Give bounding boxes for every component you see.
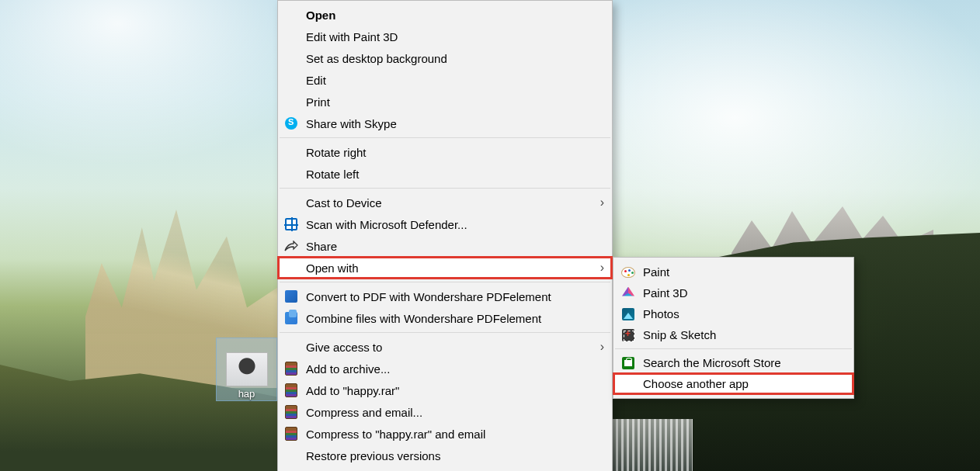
menu-label: Search the Microsoft Store — [643, 356, 846, 369]
skype-icon — [284, 116, 298, 130]
menu-item-share-skype[interactable]: Share with Skype — [278, 113, 612, 134]
menu-label: Compress to "happy.rar" and email — [306, 428, 604, 441]
menu-label: Rotate right — [306, 146, 604, 159]
winrar-icon — [284, 427, 298, 441]
menu-item-open-with[interactable]: Open with › — [278, 257, 612, 279]
open-with-submenu: Paint Paint 3D Photos Snip & Sketch Sear… — [613, 257, 854, 399]
submenu-item-paint3d[interactable]: Paint 3D — [613, 282, 853, 303]
submenu-item-photos[interactable]: Photos — [613, 303, 853, 324]
menu-item-add-to-named-rar[interactable]: Add to "happy.rar" — [278, 379, 612, 401]
file-thumbnail — [226, 352, 268, 386]
menu-item-cast-to-device[interactable]: Cast to Device › — [278, 192, 612, 213]
submenu-item-choose-another-app[interactable]: Choose another app — [613, 373, 853, 394]
pdfelement-icon — [284, 289, 298, 303]
menu-label: Photos — [643, 307, 846, 320]
menu-item-scan-defender[interactable]: Scan with Microsoft Defender... — [278, 213, 612, 235]
menu-separator — [280, 282, 610, 282]
pdfelement-combine-icon — [284, 311, 298, 325]
menu-label: Give access to — [306, 341, 600, 354]
menu-label: Add to archive... — [306, 362, 604, 376]
menu-item-set-desktop-background[interactable]: Set as desktop background — [278, 47, 612, 69]
winrar-icon — [284, 383, 298, 397]
menu-item-rotate-left[interactable]: Rotate left — [278, 163, 612, 185]
menu-item-edit-paint3d[interactable]: Edit with Paint 3D — [278, 26, 612, 47]
menu-label: Combine files with Wondershare PDFelemen… — [306, 312, 604, 325]
submenu-item-snip-sketch[interactable]: Snip & Sketch — [613, 324, 853, 345]
menu-separator — [280, 332, 610, 333]
menu-label: Print — [306, 95, 604, 109]
chevron-right-icon: › — [600, 261, 604, 275]
menu-label: Snip & Sketch — [643, 328, 846, 341]
menu-label: Set as desktop background — [306, 52, 604, 65]
desktop-wallpaper: hap Open Edit with Paint 3D Set as deskt… — [0, 0, 980, 471]
menu-item-compress-email[interactable]: Compress and email... — [278, 401, 612, 423]
share-icon — [284, 239, 298, 253]
menu-item-print[interactable]: Print — [278, 91, 612, 113]
menu-item-give-access-to[interactable]: Give access to › — [278, 336, 612, 358]
menu-label: Open — [306, 9, 604, 22]
menu-label: Scan with Microsoft Defender... — [306, 218, 604, 231]
menu-label: Restore previous versions — [306, 449, 604, 462]
menu-item-share[interactable]: Share — [278, 235, 612, 257]
submenu-item-search-store[interactable]: Search the Microsoft Store — [613, 352, 853, 373]
menu-item-open[interactable]: Open — [278, 4, 612, 26]
file-label: hap — [238, 389, 255, 399]
chevron-right-icon: › — [600, 340, 604, 354]
snip-sketch-icon — [620, 327, 636, 343]
menu-separator — [280, 188, 610, 189]
menu-item-restore-previous-versions[interactable]: Restore previous versions — [278, 445, 612, 466]
menu-label: Choose another app — [643, 377, 846, 390]
winrar-icon — [284, 362, 298, 376]
microsoft-store-icon — [620, 355, 636, 371]
menu-label: Edit with Paint 3D — [306, 30, 604, 43]
menu-label: Convert to PDF with Wondershare PDFeleme… — [306, 290, 604, 303]
wallpaper-waterfall — [599, 419, 693, 471]
menu-separator — [615, 348, 852, 349]
menu-item-compress-named-email[interactable]: Compress to "happy.rar" and email — [278, 423, 612, 445]
menu-label: Compress and email... — [306, 406, 604, 419]
menu-item-rotate-right[interactable]: Rotate right — [278, 141, 612, 163]
menu-label: Cast to Device — [306, 196, 600, 210]
menu-label: Paint 3D — [643, 286, 846, 300]
photos-icon — [620, 306, 636, 322]
context-menu: Open Edit with Paint 3D Set as desktop b… — [277, 0, 613, 471]
menu-label: Add to "happy.rar" — [306, 384, 604, 397]
chevron-right-icon: › — [600, 196, 604, 210]
menu-item-add-to-archive[interactable]: Add to archive... — [278, 358, 612, 379]
winrar-icon — [284, 405, 298, 419]
menu-item-convert-pdf[interactable]: Convert to PDF with Wondershare PDFeleme… — [278, 286, 612, 307]
menu-label: Share with Skype — [306, 117, 604, 130]
menu-label: Rotate left — [306, 168, 604, 181]
menu-label: Paint — [643, 265, 846, 279]
menu-item-combine-pdf[interactable]: Combine files with Wondershare PDFelemen… — [278, 307, 612, 329]
submenu-item-paint[interactable]: Paint — [613, 261, 853, 282]
paint3d-icon — [620, 286, 636, 301]
paint-icon — [620, 265, 636, 280]
menu-item-edit[interactable]: Edit — [278, 69, 612, 91]
defender-icon — [284, 217, 298, 231]
menu-label: Share — [306, 240, 604, 253]
menu-label: Open with — [306, 261, 600, 275]
menu-separator — [280, 137, 610, 138]
menu-label: Edit — [306, 74, 604, 87]
desktop-file-icon-selected[interactable]: hap — [216, 338, 277, 401]
